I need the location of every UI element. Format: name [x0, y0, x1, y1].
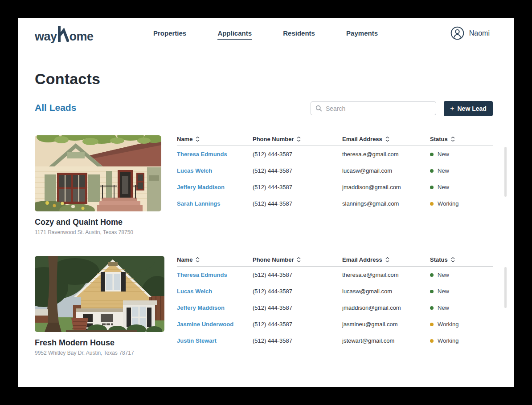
lead-name-link[interactable]: Lucas Welch — [177, 167, 253, 174]
section-title: All Leads — [35, 102, 76, 113]
lead-phone: (512) 444-3587 — [253, 288, 342, 295]
nav-item-applicants[interactable]: Applicants — [217, 29, 252, 40]
table-row: Jasmine Underwood (512) 444-3587 jasmine… — [177, 316, 493, 332]
status-dot-icon — [430, 153, 434, 156]
lead-phone: (512) 444-3587 — [253, 184, 342, 190]
status-label: New — [438, 184, 449, 190]
table-header-row: Name Phone Number Email Address Status — [177, 256, 493, 267]
sort-icon — [385, 257, 390, 263]
column-header-phone[interactable]: Phone Number — [253, 136, 342, 142]
status-dot-icon — [430, 169, 434, 173]
column-header-status[interactable]: Status — [430, 136, 493, 142]
plus-icon: + — [450, 105, 454, 113]
app-window: way ome Properties Applicants Residents … — [18, 18, 514, 387]
sort-icon — [450, 257, 455, 263]
new-lead-button[interactable]: + New Lead — [444, 101, 493, 116]
lead-phone: (512) 444-3587 — [253, 321, 342, 328]
table-row: Lucas Welch (512) 444-3587 lucasw@gmail.… — [177, 283, 493, 300]
table-scrollbar[interactable] — [504, 267, 507, 308]
status-dot-icon — [430, 186, 434, 189]
lead-email: slannings@gmail.com — [342, 200, 430, 207]
property-photo — [35, 135, 161, 211]
lead-email: jmaddison@gmail.com — [342, 184, 430, 190]
lead-phone: (512) 444-3587 — [253, 167, 342, 174]
lead-status: Working — [430, 200, 493, 207]
table-row: Lucas Welch (512) 444-3587 lucasw@gmail.… — [177, 162, 493, 179]
lead-status: Working — [430, 337, 493, 344]
property-name: Cozy and Quaint Home — [35, 218, 161, 227]
lead-phone: (512) 444-3587 — [253, 151, 342, 158]
new-lead-label: New Lead — [457, 105, 486, 112]
sort-icon — [385, 136, 390, 142]
search-box[interactable] — [311, 101, 436, 115]
nav-item-payments[interactable]: Payments — [346, 29, 378, 40]
lead-email: theresa.e@gmail.com — [342, 271, 430, 278]
main-nav: Properties Applicants Residents Payments — [153, 29, 378, 40]
lead-status: New — [430, 167, 493, 174]
status-label: Working — [438, 337, 458, 344]
user-name: Naomi — [469, 29, 490, 37]
status-label: New — [438, 288, 449, 295]
property-card[interactable]: Fresh Modern House 9952 Whitley Bay Dr. … — [35, 256, 164, 356]
status-label: New — [438, 271, 449, 278]
column-header-status[interactable]: Status — [430, 256, 493, 263]
lead-name-link[interactable]: Jeffery Maddison — [177, 304, 253, 311]
page-title: Contacts — [35, 70, 100, 88]
search-input[interactable] — [326, 105, 431, 112]
lead-name-link[interactable]: Jasmine Underwood — [177, 321, 253, 328]
lead-name-link[interactable]: Sarah Lannings — [177, 200, 253, 207]
user-avatar-icon — [450, 26, 464, 40]
column-header-phone[interactable]: Phone Number — [253, 256, 342, 263]
wayhome-logo[interactable]: way ome — [35, 25, 94, 44]
column-header-email[interactable]: Email Address — [342, 136, 430, 142]
status-dot-icon — [430, 339, 434, 343]
status-label: Working — [438, 200, 458, 207]
lead-email: lucasw@gmail.com — [342, 288, 430, 295]
status-label: Working — [438, 321, 458, 328]
lead-name-link[interactable]: Jeffery Maddison — [177, 184, 253, 190]
property-card[interactable]: Cozy and Quaint Home 1171 Ravenwood St. … — [35, 135, 161, 235]
status-dot-icon — [430, 202, 434, 206]
lead-status: Working — [430, 321, 493, 328]
status-label: New — [438, 167, 449, 174]
lead-status: New — [430, 151, 493, 158]
status-dot-icon — [430, 273, 434, 277]
sort-icon — [296, 136, 301, 142]
table-header-row: Name Phone Number Email Address Status — [177, 135, 493, 146]
logo-text-ome: ome — [70, 31, 94, 44]
table-row: Justin Stewart (512) 444-3587 jstewart@g… — [177, 332, 493, 349]
nav-item-properties[interactable]: Properties — [153, 29, 186, 40]
column-header-name[interactable]: Name — [177, 256, 253, 263]
lead-name-link[interactable]: Justin Stewart — [177, 337, 253, 344]
lead-phone: (512) 444-3587 — [253, 304, 342, 311]
user-menu[interactable]: Naomi — [450, 26, 490, 40]
property-name: Fresh Modern House — [35, 338, 164, 348]
two-story-house-illustration — [35, 256, 164, 332]
search-icon — [315, 105, 322, 112]
lead-name-link[interactable]: Lucas Welch — [177, 288, 253, 295]
table-row: Jeffery Maddison (512) 444-3587 jmaddiso… — [177, 179, 493, 195]
property-address: 1171 Ravenwood St. Austin, Texas 78750 — [35, 229, 161, 235]
property-photo — [35, 256, 164, 332]
table-row: Sarah Lannings (512) 444-3587 slannings@… — [177, 195, 493, 212]
column-header-name[interactable]: Name — [177, 136, 253, 142]
lead-name-link[interactable]: Theresa Edmunds — [177, 271, 253, 278]
table-scrollbar[interactable] — [504, 147, 507, 197]
lead-phone: (512) 444-3587 — [253, 337, 342, 344]
lead-email: jmaddison@gmail.com — [342, 304, 430, 311]
table-row: Jeffery Maddison (512) 444-3587 jmaddiso… — [177, 300, 493, 316]
column-header-email[interactable]: Email Address — [342, 256, 430, 263]
lead-status: New — [430, 304, 493, 311]
lead-status: New — [430, 271, 493, 278]
status-label: New — [438, 304, 449, 311]
craftsman-house-illustration — [35, 135, 161, 211]
sort-icon — [195, 136, 200, 142]
status-dot-icon — [430, 306, 434, 310]
lead-phone: (512) 444-3587 — [253, 200, 342, 207]
nav-item-residents[interactable]: Residents — [283, 29, 315, 40]
lead-email: theresa.e@gmail.com — [342, 151, 430, 158]
logo-text-way: way — [35, 31, 57, 44]
lead-email: jasmineu@gmail.com — [342, 321, 430, 328]
lead-name-link[interactable]: Theresa Edmunds — [177, 151, 253, 158]
sort-icon — [296, 257, 301, 263]
